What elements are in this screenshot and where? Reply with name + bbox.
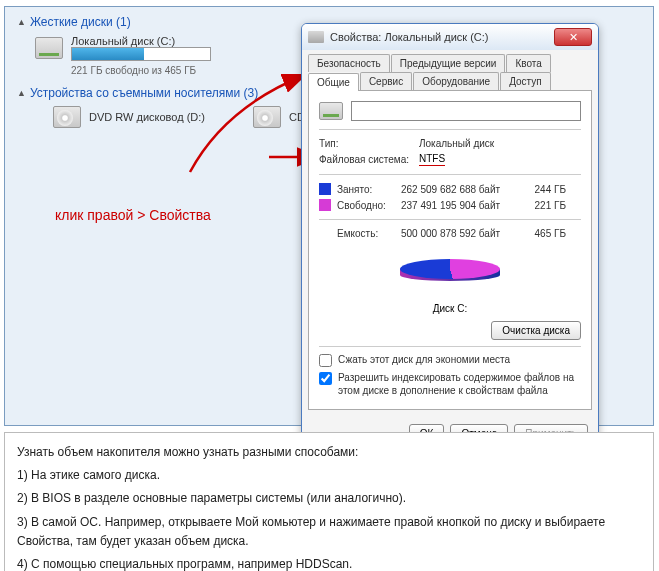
filesystem-value: NTFS: [419, 153, 445, 166]
local-disk-label: Локальный диск (C:): [71, 35, 211, 47]
free-gb: 221 ГБ: [526, 200, 566, 211]
type-value: Локальный диск: [419, 138, 581, 149]
removable-label: Устройства со съемными носителями (3): [30, 86, 258, 100]
index-checkbox[interactable]: [319, 372, 332, 385]
tab-previous-versions[interactable]: Предыдущие версии: [391, 54, 506, 72]
index-label: Разрешить индексировать содержимое файло…: [338, 371, 581, 397]
type-label: Тип:: [319, 138, 419, 149]
volume-label-input[interactable]: [351, 101, 581, 121]
desc-p1: 1) На этике самого диска.: [17, 466, 641, 485]
tabs-row-2: Общие Сервис Оборудование Доступ: [302, 72, 598, 90]
free-bytes: 237 491 195 904 байт: [401, 200, 526, 211]
titlebar[interactable]: Свойства: Локальный диск (C:) ✕: [302, 24, 598, 50]
cd-icon: [253, 106, 281, 128]
properties-dialog: Свойства: Локальный диск (C:) ✕ Безопасн…: [301, 23, 599, 452]
compress-label: Сжать этот диск для экономии места: [338, 353, 510, 366]
collapse-icon: ▲: [17, 17, 26, 27]
dvd-drive[interactable]: DVD RW дисковод (D:): [53, 106, 205, 128]
free-swatch: [319, 199, 331, 211]
dvd-icon: [53, 106, 81, 128]
tab-quota[interactable]: Квота: [506, 54, 550, 72]
drive-icon: [308, 31, 324, 43]
close-button[interactable]: ✕: [554, 28, 592, 46]
description-text: Узнать объем накопителя можно узнать раз…: [4, 432, 654, 571]
drive-icon: [319, 102, 343, 120]
used-gb: 244 ГБ: [526, 184, 566, 195]
collapse-icon: ▲: [17, 88, 26, 98]
desc-intro: Узнать объем накопителя можно узнать раз…: [17, 443, 641, 462]
tab-sharing[interactable]: Доступ: [500, 72, 551, 90]
explorer-panel: ▲ Жесткие диски (1) Локальный диск (C:) …: [4, 6, 654, 426]
disk-caption: Диск C:: [319, 303, 581, 314]
tab-security[interactable]: Безопасность: [308, 54, 390, 72]
desc-p3: 3) В самой ОС. Например, открываете Мой …: [17, 513, 641, 551]
desc-p2: 2) В BIOS в разделе основные параметры с…: [17, 489, 641, 508]
used-label: Занято:: [337, 184, 401, 195]
tabs-row-1: Безопасность Предыдущие версии Квота: [302, 50, 598, 72]
disk-cleanup-button[interactable]: Очистка диска: [491, 321, 581, 340]
hint-text: клик правой > Свойства: [55, 207, 211, 223]
tab-general-body: Тип: Локальный диск Файловая система: NT…: [308, 90, 592, 410]
capacity-label: Емкость:: [319, 228, 401, 239]
filesystem-label: Файловая система:: [319, 154, 419, 165]
disk-usage-pie: [400, 249, 500, 299]
capacity-gb: 465 ГБ: [526, 228, 566, 239]
hard-drives-label: Жесткие диски (1): [30, 15, 131, 29]
tab-hardware[interactable]: Оборудование: [413, 72, 499, 90]
used-bytes: 262 509 682 688 байт: [401, 184, 526, 195]
hdd-icon: [35, 37, 63, 59]
compress-checkbox[interactable]: [319, 354, 332, 367]
capacity-bytes: 500 000 878 592 байт: [401, 228, 526, 239]
disk-usage-bar: [71, 47, 211, 61]
used-swatch: [319, 183, 331, 195]
dvd-label: DVD RW дисковод (D:): [89, 111, 205, 123]
dialog-title: Свойства: Локальный диск (C:): [330, 31, 554, 43]
tab-tools[interactable]: Сервис: [360, 72, 412, 90]
tab-general[interactable]: Общие: [308, 73, 359, 91]
desc-p4: 4) С помощью специальных программ, напри…: [17, 555, 641, 571]
free-label: Свободно:: [337, 200, 401, 211]
